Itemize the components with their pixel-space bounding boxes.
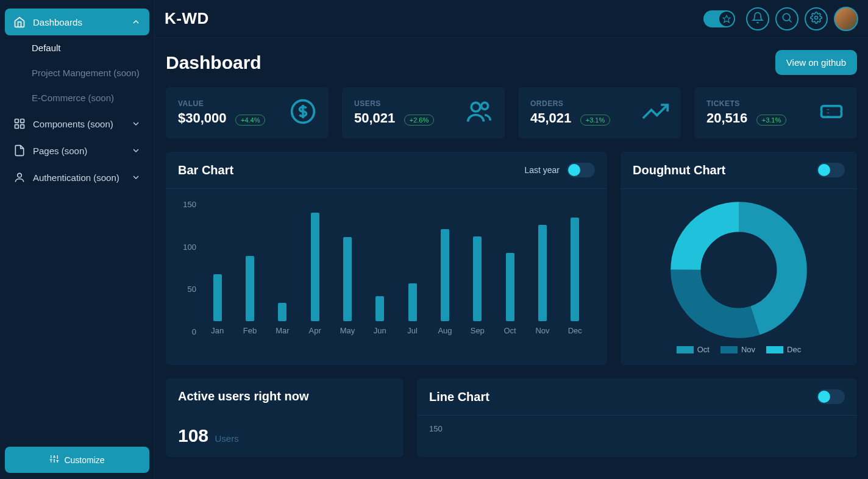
doughnut-title: Doughnut Chart (633, 163, 725, 177)
view-on-github-button[interactable]: View on github (775, 50, 857, 75)
bar-chart-panel: Bar Chart Last year 150100500 JanFebMarA… (166, 152, 607, 365)
line-chart-ytick: 150 (429, 424, 443, 433)
grid-icon (13, 118, 26, 130)
customize-label: Customize (64, 455, 104, 465)
sidebar-sub-project-mgmt[interactable]: Project Mangement (soon) (32, 60, 141, 85)
stat-card-tickets: Tickets 20,516 +3.1% (694, 87, 857, 138)
content: Dashboard View on github Value $30,000 +… (155, 38, 868, 479)
bell-icon (752, 12, 764, 26)
stat-card-orders: Orders 45,021 +3.1% (518, 87, 681, 138)
svg-point-19 (471, 102, 480, 112)
line-chart-title: Line Chart (429, 390, 489, 404)
active-users-title: Active users right now (178, 389, 309, 403)
stat-value: 45,021 (530, 110, 571, 126)
trending-up-icon (642, 98, 669, 127)
sidebar-item-label: Authentication (soon) (33, 172, 119, 183)
bar-chart: 150100500 JanFebMarAprMayJunJulAugSepOct… (166, 189, 607, 360)
doughnut-panel: Doughnut Chart OctNovDec (621, 152, 857, 365)
sidebar-item-label: Pages (soon) (33, 146, 87, 156)
stat-card-users: Users 50,021 +2.6% (342, 87, 505, 138)
svg-marker-14 (723, 15, 730, 23)
stats-row: Value $30,000 +4.4% Users 50,021 (166, 87, 857, 138)
star-icon (719, 12, 734, 26)
svg-rect-0 (15, 119, 19, 123)
stat-value: 50,021 (354, 110, 395, 126)
sidebar: Dashboards Default Project Mangement (so… (0, 0, 155, 479)
sidebar-item-dashboards[interactable]: Dashboards (5, 9, 149, 35)
settings-button[interactable] (805, 7, 828, 30)
sidebar-item-authentication[interactable]: Authentication (soon) (5, 164, 149, 191)
svg-rect-1 (21, 119, 24, 123)
stat-label: Users (354, 99, 434, 108)
stat-value: 20,516 (706, 110, 747, 126)
customize-button[interactable]: Customize (5, 447, 149, 473)
svg-point-15 (783, 13, 790, 21)
sidebar-sub-default[interactable]: Default (32, 35, 141, 60)
chevron-down-icon (131, 17, 141, 27)
bar-chart-toggle[interactable] (567, 163, 595, 177)
gear-icon (810, 12, 822, 26)
stat-delta: +2.6% (404, 115, 435, 126)
avatar[interactable] (834, 7, 858, 31)
user-icon (13, 171, 26, 183)
active-users-unit: Users (215, 433, 239, 444)
topbar: K-WD (155, 0, 868, 38)
svg-point-20 (482, 102, 488, 109)
notifications-button[interactable] (746, 7, 769, 30)
stat-label: Orders (530, 99, 610, 108)
line-chart-toggle[interactable] (817, 389, 845, 404)
page-title: Dashboard (166, 52, 261, 73)
bar-chart-title: Bar Chart (178, 163, 233, 177)
search-button[interactable] (775, 7, 799, 30)
svg-point-17 (815, 16, 818, 19)
chevron-down-icon (131, 119, 141, 129)
stat-value: $30,000 (178, 110, 227, 126)
stat-label: Tickets (706, 99, 786, 108)
users-icon (466, 98, 493, 127)
sidebar-item-label: Components (soon) (33, 119, 113, 129)
sidebar-item-label: Dashboards (33, 17, 82, 27)
home-icon (13, 16, 26, 28)
doughnut-legend: OctNovDec (677, 345, 801, 354)
brand-logo: K-WD (165, 9, 209, 28)
stat-label: Value (178, 99, 265, 108)
search-icon (781, 12, 793, 26)
doughnut-chart (669, 200, 809, 340)
svg-point-4 (18, 173, 22, 177)
sidebar-item-components[interactable]: Components (soon) (5, 110, 149, 137)
stat-delta: +3.1% (580, 115, 611, 126)
sidebar-nav: Dashboards Default Project Mangement (so… (0, 9, 154, 479)
line-chart-panel: Line Chart 150 (417, 378, 857, 457)
stat-delta: +3.1% (756, 115, 787, 126)
doughnut-toggle[interactable] (817, 163, 845, 177)
svg-rect-2 (15, 125, 19, 129)
file-icon (13, 144, 26, 157)
active-users-panel: Active users right now 108 Users (166, 378, 404, 457)
ticket-icon (818, 98, 845, 127)
sidebar-sub-ecommerce[interactable]: E-Commerce (soon) (32, 85, 141, 110)
chevron-down-icon (131, 172, 141, 182)
dollar-icon (290, 98, 316, 127)
main: K-WD (155, 0, 868, 479)
sliders-icon (49, 454, 59, 466)
active-users-count: 108 (178, 425, 208, 446)
sidebar-item-pages[interactable]: Pages (soon) (5, 137, 149, 164)
stat-card-value: Value $30,000 +4.4% (166, 87, 329, 138)
sidebar-sub-dashboards: Default Project Mangement (soon) E-Comme… (5, 35, 149, 110)
svg-point-24 (686, 217, 792, 323)
svg-rect-3 (21, 125, 24, 129)
svg-line-16 (789, 20, 792, 22)
stat-delta: +4.4% (235, 115, 266, 126)
bar-chart-filter-label: Last year (524, 165, 560, 175)
chevron-down-icon (131, 146, 141, 155)
theme-toggle[interactable] (703, 10, 735, 27)
